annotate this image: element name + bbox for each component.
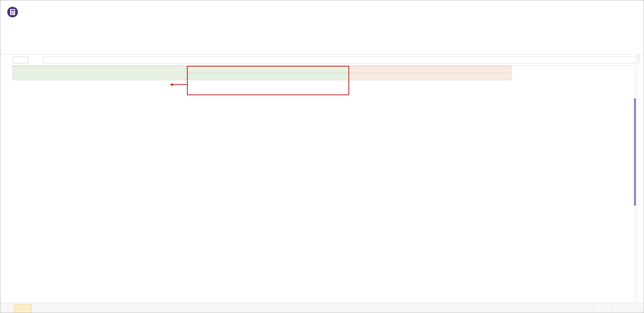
divider (593, 305, 593, 310)
current-price-group-header (349, 66, 511, 73)
formula-bar (0, 55, 644, 66)
scrollbar-thumb[interactable] (634, 98, 636, 206)
title-bar (0, 0, 644, 24)
document-tab[interactable] (14, 304, 32, 313)
app-logo-icon (7, 6, 18, 18)
accruals-list-tab[interactable] (637, 56, 639, 62)
formula-input[interactable] (43, 57, 640, 63)
status-bar (0, 303, 644, 313)
table-header (13, 66, 511, 80)
base-price-subheader (187, 73, 349, 80)
current-price-subheader (349, 73, 511, 80)
right-panel-rail (637, 55, 644, 303)
swap-arrows-icon (98, 70, 104, 76)
divider (611, 305, 612, 310)
swap-columns-header[interactable] (13, 66, 187, 80)
vertical-scrollbar[interactable] (634, 66, 636, 303)
left-view-rail (0, 55, 11, 303)
annotation-red-arrow (173, 84, 187, 85)
totals-summary (588, 305, 616, 310)
ribbon-toolbar (0, 24, 644, 55)
base-price-group-header (187, 66, 349, 73)
app-window (0, 0, 644, 313)
estimate-table (13, 66, 511, 303)
divider (602, 305, 602, 310)
document-icon (18, 306, 22, 311)
cell-reference-input[interactable] (13, 57, 28, 63)
